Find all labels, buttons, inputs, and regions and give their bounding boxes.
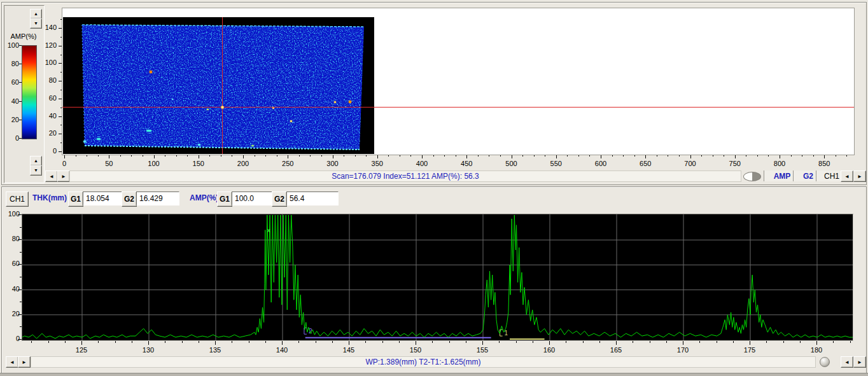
ascan-x-tick-label: 155 [470, 346, 495, 354]
ascan-x-tick-label: 135 [202, 346, 228, 354]
cscan-x-tick-label: 350 [365, 160, 390, 167]
cscan-status-bar: ◄ ► Scan=176.079 Index=51.121 AMP(%): 56… [2, 171, 865, 182]
cscan-scroll-left-button[interactable]: ◄ [45, 171, 58, 182]
inspection-app-window: ▲ ▼ AMP(%) 100806040200 ▲ ▼ 020406080100… [0, 0, 868, 376]
cscan-indication-dot [207, 109, 209, 110]
cscan-x-tick-label: 300 [320, 160, 346, 167]
cscan-pan-right-button[interactable]: ► [853, 171, 866, 182]
cscan-x-tick-label: 100 [141, 160, 167, 167]
ascan-scroll-right-button[interactable]: ► [18, 356, 31, 368]
cscan-plot-area[interactable] [62, 8, 855, 155]
ascan-x-tick-label: 125 [69, 346, 94, 354]
cscan-x-tick-label: 500 [499, 160, 524, 167]
ascan-x-tick-label: 150 [403, 346, 428, 354]
ascan-x-tick-label: 130 [136, 346, 161, 354]
cscan-indication-dot [349, 101, 351, 103]
right-arrow-icon: ► [857, 359, 862, 365]
cscan-x-tick-label: 200 [230, 160, 256, 167]
cscan-x-tick-label: 0 [52, 160, 77, 167]
cscan-cursor-readout: Scan=176.079 Index=51.121 AMP(%): 56.3 [332, 172, 479, 181]
cscan-x-tick-label: 50 [96, 160, 122, 167]
ascan-x-tick-label: 140 [269, 346, 295, 354]
cscan-pan-left-button[interactable]: ◄ [841, 171, 853, 182]
ascan-panel: CH1 THK(mm) G1 18.054 G2 16.429 AMP(%) G… [1, 186, 867, 373]
cscan-x-tick-label: 450 [454, 160, 479, 167]
ascan-x-tick-label: 165 [603, 346, 629, 354]
crosshair-horizontal-line[interactable] [62, 107, 854, 108]
cscan-indication-dot [146, 130, 151, 132]
ascan-status-bar: ◄ ► WP:1.389(mm) T2-T1:-1.625(mm) ◄ ► [2, 356, 865, 368]
ascan-pan-left-button[interactable]: ◄ [841, 356, 853, 368]
cscan-panel: ▲ ▼ AMP(%) 100806040200 ▲ ▼ 020406080100… [1, 2, 867, 185]
cscan-indication-dot [198, 144, 200, 146]
palette-toggle-icon[interactable] [743, 172, 761, 181]
ascan-pan-right-button[interactable]: ► [853, 356, 866, 368]
cscan-x-tick-label: 700 [678, 160, 703, 167]
cscan-x-tick-label: 800 [767, 160, 792, 167]
left-arrow-icon: ◄ [49, 174, 54, 179]
ascan-x-tick-label: 180 [804, 346, 829, 354]
left-arrow-icon: ◄ [10, 359, 15, 365]
left-arrow-icon: ◄ [844, 174, 850, 179]
cscan-x-tick-label: 750 [722, 160, 748, 167]
svg-text:1: 1 [505, 330, 508, 337]
window-footer [0, 373, 868, 376]
cscan-x-tick-label: 550 [543, 160, 569, 167]
cscan-x-tick-label: 400 [409, 160, 435, 167]
ascan-plot-area[interactable]: 21x [22, 214, 853, 341]
ascan-scroll-left-button[interactable]: ◄ [6, 356, 18, 368]
cscan-scroll-right-button[interactable]: ► [57, 171, 70, 182]
cscan-indication-dot [172, 99, 173, 100]
ascan-x-tick-label: 170 [670, 346, 696, 354]
cscan-indication-dot [150, 71, 152, 73]
cscan-x-tick-label: 150 [186, 160, 211, 167]
cscan-indication-dot [334, 101, 336, 103]
ascan-waveform-svg: 21x [22, 214, 853, 340]
crosshair-vertical-line[interactable] [222, 17, 223, 154]
cscan-x-tick-label: 850 [811, 160, 837, 167]
cscan-indication-dot [83, 141, 86, 143]
ascan-scrollbar-track[interactable]: WP:1.389(mm) T2-T1:-1.625(mm) [31, 356, 816, 368]
ascan-x-tick-label: 145 [336, 346, 361, 354]
cscan-x-tick-label: 650 [633, 160, 658, 167]
left-arrow-icon: ◄ [844, 359, 850, 365]
cscan-indication-dot [251, 145, 254, 146]
trackball-icon[interactable] [820, 357, 830, 367]
ascan-measurement-readout: WP:1.389(mm) T2-T1:-1.625(mm) [365, 358, 480, 366]
ascan-x-tick-label: 160 [536, 346, 562, 354]
cscan-scrollbar-track[interactable]: Scan=176.079 Index=51.121 AMP(%): 56.3 [69, 171, 741, 182]
right-arrow-icon: ► [61, 174, 66, 179]
right-arrow-icon: ► [22, 359, 27, 365]
cscan-indication-dot [97, 138, 101, 140]
right-arrow-icon: ► [857, 174, 862, 179]
svg-text:x: x [267, 227, 270, 233]
cscan-x-tick-label: 250 [275, 160, 300, 167]
cscan-indication-dot [290, 120, 292, 122]
cscan-x-tick-label: 600 [588, 160, 613, 167]
ascan-x-tick-label: 175 [737, 346, 762, 354]
cscan-image[interactable] [63, 17, 374, 154]
cscan-indications [63, 17, 374, 154]
